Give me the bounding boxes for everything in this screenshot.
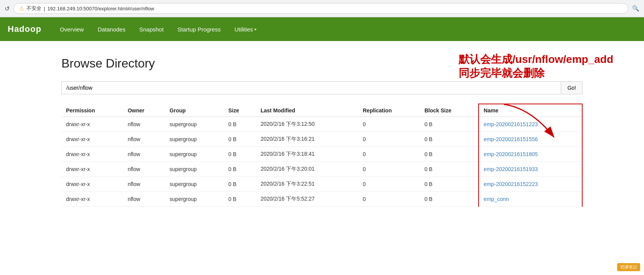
navbar-brand[interactable]: Hadoop xyxy=(8,24,41,34)
path-row: Go! xyxy=(61,81,583,94)
col-header-size: Size xyxy=(224,104,256,117)
directory-table: Permission Owner Group Size Last Modifie… xyxy=(61,104,583,207)
nav-overview[interactable]: Overview xyxy=(53,18,91,40)
cell-group: supergroup xyxy=(165,162,224,177)
name-link[interactable]: emp_conn xyxy=(484,196,509,202)
cell-group: supergroup xyxy=(165,177,224,192)
browser-bar: ↺ ⚠ 不安全 | 192.168.249.10:50070/explorer.… xyxy=(0,0,644,17)
nav-startup-progress[interactable]: Startup Progress xyxy=(170,18,228,40)
col-header-group: Group xyxy=(165,104,224,117)
cell-replication: 0 xyxy=(358,177,420,192)
name-link[interactable]: emp-20200216151223 xyxy=(484,121,538,127)
cell-name: emp-20200216151805 xyxy=(479,147,582,162)
cell-group: supergroup xyxy=(165,117,224,132)
cell-replication: 0 xyxy=(358,117,420,132)
cell-size: 0 B xyxy=(224,117,256,132)
cell-size: 0 B xyxy=(224,162,256,177)
cell-size: 0 B xyxy=(224,192,256,207)
cell-group: supergroup xyxy=(165,147,224,162)
cell-last-modified: 2020/2/16 下午3:20:01 xyxy=(256,162,358,177)
main-content: 默认会生成/usr/nflow/emp_add 同步完毕就会删除 Browse … xyxy=(0,41,644,218)
url-prefix: 不安全 xyxy=(26,5,41,12)
cell-size: 0 B xyxy=(224,132,256,147)
path-input[interactable] xyxy=(61,81,561,94)
cell-owner: nflow xyxy=(123,147,165,162)
col-header-permission: Permission xyxy=(61,104,123,117)
cell-owner: nflow xyxy=(123,117,165,132)
url-bar[interactable]: ⚠ 不安全 | 192.168.249.10:50070/explorer.ht… xyxy=(13,3,628,14)
name-link[interactable]: emp-20200216151556 xyxy=(484,136,538,142)
url-separator: | xyxy=(44,6,45,12)
name-link[interactable]: emp-20200216151805 xyxy=(484,151,538,157)
cell-replication: 0 xyxy=(358,192,420,207)
cell-size: 0 B xyxy=(224,177,256,192)
table-row: drwxr-xr-x nflow supergroup 0 B 2020/2/1… xyxy=(61,117,582,132)
utilities-dropdown-arrow: ▾ xyxy=(254,27,256,31)
cell-owner: nflow xyxy=(123,192,165,207)
table-header-row: Permission Owner Group Size Last Modifie… xyxy=(61,104,582,117)
cell-replication: 0 xyxy=(358,132,420,147)
url-text: 192.168.249.10:50070/explorer.html#/user… xyxy=(47,6,154,12)
cell-name: emp-20200216152223 xyxy=(479,177,582,192)
cell-last-modified: 2020/2/16 下午5:52:27 xyxy=(256,192,358,207)
cell-permission: drwxr-xr-x xyxy=(61,132,123,147)
cell-group: supergroup xyxy=(165,132,224,147)
cell-owner: nflow xyxy=(123,177,165,192)
search-icon[interactable]: 🔍 xyxy=(632,5,639,12)
cell-name: emp-20200216151223 xyxy=(479,117,582,132)
cell-block-size: 0 B xyxy=(420,147,479,162)
cell-permission: drwxr-xr-x xyxy=(61,177,123,192)
cell-permission: drwxr-xr-x xyxy=(61,117,123,132)
warning-icon: ⚠ xyxy=(19,5,24,12)
col-header-name: Name xyxy=(479,104,582,117)
name-link[interactable]: emp-20200216151933 xyxy=(484,166,538,172)
cell-permission: drwxr-xr-x xyxy=(61,147,123,162)
table-row: drwxr-xr-x nflow supergroup 0 B 2020/2/1… xyxy=(61,177,582,192)
cell-name: emp-20200216151933 xyxy=(479,162,582,177)
cell-last-modified: 2020/2/16 下午3:22:51 xyxy=(256,177,358,192)
cell-last-modified: 2020/2/16 下午3:18:41 xyxy=(256,147,358,162)
nav-utilities[interactable]: Utilities ▾ xyxy=(228,18,263,40)
utilities-label: Utilities xyxy=(234,26,253,33)
go-button[interactable]: Go! xyxy=(561,81,583,94)
cell-block-size: 0 B xyxy=(420,132,479,147)
cell-block-size: 0 B xyxy=(420,177,479,192)
cell-size: 0 B xyxy=(224,147,256,162)
navbar-links: Overview Datanodes Snapshot Startup Prog… xyxy=(53,18,263,40)
cell-owner: nflow xyxy=(123,132,165,147)
col-header-owner: Owner xyxy=(123,104,165,117)
col-header-replication: Replication xyxy=(358,104,420,117)
table-row: drwxr-xr-x nflow supergroup 0 B 2020/2/1… xyxy=(61,132,582,147)
nav-snapshot[interactable]: Snapshot xyxy=(132,18,170,40)
cell-permission: drwxr-xr-x xyxy=(61,192,123,207)
cell-permission: drwxr-xr-x xyxy=(61,162,123,177)
cell-block-size: 0 B xyxy=(420,162,479,177)
cell-last-modified: 2020/2/16 下午3:16:21 xyxy=(256,132,358,147)
cell-name: emp-20200216151556 xyxy=(479,132,582,147)
cell-block-size: 0 B xyxy=(420,192,479,207)
refresh-icon[interactable]: ↺ xyxy=(5,5,10,12)
cell-block-size: 0 B xyxy=(420,117,479,132)
table-row: drwxr-xr-x nflow supergroup 0 B 2020/2/1… xyxy=(61,162,582,177)
table-row: drwxr-xr-x nflow supergroup 0 B 2020/2/1… xyxy=(61,192,582,207)
cell-owner: nflow xyxy=(123,162,165,177)
cell-name: emp_conn xyxy=(479,192,582,207)
cell-group: supergroup xyxy=(165,192,224,207)
name-link[interactable]: emp-20200216152223 xyxy=(484,181,538,187)
table-row: drwxr-xr-x nflow supergroup 0 B 2020/2/1… xyxy=(61,147,582,162)
page-title: Browse Directory xyxy=(61,56,583,71)
cell-replication: 0 xyxy=(358,147,420,162)
cell-replication: 0 xyxy=(358,162,420,177)
cell-last-modified: 2020/2/16 下午3:12:50 xyxy=(256,117,358,132)
col-header-block-size: Block Size xyxy=(420,104,479,117)
col-header-last-modified: Last Modified xyxy=(256,104,358,117)
navbar: Hadoop Overview Datanodes Snapshot Start… xyxy=(0,17,644,41)
nav-datanodes[interactable]: Datanodes xyxy=(91,18,132,40)
